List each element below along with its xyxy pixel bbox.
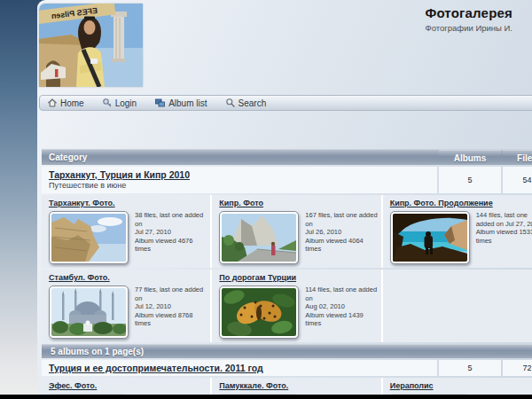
album-link-kipr-prodolzhenie[interactable]: Кипр. Фото. Продолжение <box>390 199 532 208</box>
album-cell-kipr: Кипр. Фото <box>212 195 380 268</box>
column-header-files: Files <box>503 150 532 165</box>
nav-item-home[interactable]: Home <box>47 98 84 108</box>
category-description: Путешествие в июне <box>49 181 430 191</box>
album-count-bar: 5 albums on 1 page(s) <box>42 344 532 358</box>
category-link-tarhankut[interactable]: Тарханкут, Турция и Кипр 2010 <box>49 169 430 180</box>
album-list-icon <box>154 98 166 108</box>
photo-gallery-page: EFES Pilsen Фотогалерея Фотографии Ирины… <box>0 0 532 399</box>
home-icon <box>47 98 58 108</box>
category-row-2: Турция и ее достопримечательности. 2011 … <box>42 360 532 376</box>
album-thumb-tarhankut[interactable] <box>49 211 129 264</box>
nav-item-login[interactable]: Login <box>102 98 137 108</box>
nav-label-album-list: Album list <box>168 98 207 108</box>
nav-label-login: Login <box>115 98 137 108</box>
category-albums-count: 5 <box>439 167 501 193</box>
album-cell-empty <box>383 270 532 342</box>
column-header-category: Category <box>42 150 437 165</box>
page-title: Фотогалерея <box>425 5 512 20</box>
category-albums-count-2: 5 <box>439 360 501 376</box>
album-thumb-kipr[interactable] <box>219 211 299 264</box>
album-stats: 38 files, last one added on Jul 27, 2010… <box>135 211 207 254</box>
nav-item-search[interactable]: Search <box>225 98 267 108</box>
album-grid-row-2: Стамбул. Фото. <box>42 270 532 342</box>
album-stats: 167 files, last one added on Jul 26, 201… <box>305 211 377 254</box>
category-table: Category Albums Files Тарханкут, Турция … <box>42 149 532 399</box>
nav-label-home: Home <box>60 98 84 108</box>
table-header-row: Category Albums Files <box>42 149 532 165</box>
category-files-count: 54 <box>503 167 532 193</box>
album-stats: 77 files, last one added on Jul 12, 2010… <box>135 286 207 328</box>
album-thumb-kipr-prodolzhenie[interactable] <box>390 211 470 264</box>
album-cell-stambul: Стамбул. Фото. <box>42 270 210 342</box>
main-menu: Home Login Album list Search <box>39 95 532 111</box>
header-photo: EFES Pilsen <box>39 4 143 87</box>
page-subtitle: Фотографии Ирины И. <box>425 23 512 33</box>
album-link-stambul[interactable]: Стамбул. Фото. <box>49 273 207 283</box>
album-cell-tarhankut: Тарханкут. Фото. 38 files, l <box>42 195 210 268</box>
tarhankut-rocks-image <box>51 214 126 262</box>
category-files-count-2: 72 <box>503 360 532 376</box>
album-stats: 144 files, last one added on Jul 27, 201… <box>476 211 532 245</box>
album-grid-row-1: Тарханкут. Фото. 38 files, l <box>42 195 532 268</box>
butterfly-image <box>222 288 296 336</box>
album-cell-po-dorogam: По дорогам Турции <box>212 270 380 342</box>
album-stats: 114 files, last one added on Aug 02, 201… <box>305 286 377 328</box>
category-link-turkey-2011[interactable]: Турция и ее достопримечательности. 2011 … <box>49 363 263 373</box>
header-photo-image: EFES Pilsen <box>39 4 143 87</box>
kipr-mountain-image <box>222 214 296 262</box>
album-link-pamukkale[interactable]: Памуккале. Фото. <box>219 381 377 391</box>
album-link-ierapolis[interactable]: Иераполис <box>390 381 532 391</box>
nav-item-album-list[interactable]: Album list <box>154 98 207 108</box>
album-link-efes[interactable]: Эфес. Фото. <box>49 381 207 391</box>
album-thumb-stambul[interactable] <box>49 286 129 339</box>
key-icon <box>102 98 113 108</box>
album-cell-kipr-prodolzhenie: Кипр. Фото. Продолжение <box>383 195 532 268</box>
nav-label-search: Search <box>239 98 267 108</box>
album-link-kipr[interactable]: Кипр. Фото <box>219 199 377 208</box>
column-header-albums: Albums <box>439 150 501 165</box>
category-row: Тарханкут, Турция и Кипр 2010 Путешестви… <box>42 167 532 193</box>
search-icon <box>225 98 236 108</box>
album-thumb-po-dorogam[interactable] <box>219 286 299 339</box>
album-link-po-dorogam[interactable]: По дорогам Турции <box>219 273 377 283</box>
mosque-image <box>51 288 126 336</box>
bottom-black-bar <box>0 395 532 399</box>
cave-sea-image <box>393 214 467 262</box>
album-link-tarhankut[interactable]: Тарханкут. Фото. <box>49 199 207 208</box>
